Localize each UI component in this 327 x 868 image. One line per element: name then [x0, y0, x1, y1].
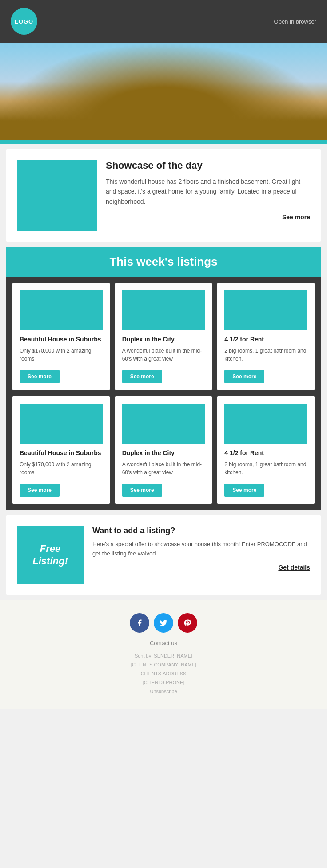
listings-grid-row1: Beautiful House in Suburbs Only $170,000… — [6, 277, 321, 396]
hero-image — [0, 43, 327, 140]
listing-see-more-button-6[interactable]: See more — [224, 484, 264, 497]
free-listing-image: FreeListing! — [17, 526, 84, 584]
listing-card-4: Beautiful House in Suburbs Only $170,000… — [12, 396, 110, 504]
showcase-see-more-link[interactable]: See more — [106, 214, 310, 221]
listing-see-more-button-4[interactable]: See more — [20, 484, 60, 497]
listing-image-5 — [122, 404, 205, 444]
twitter-icon[interactable] — [154, 613, 173, 633]
listing-image-1 — [20, 290, 103, 330]
get-details-link[interactable]: Get details — [92, 564, 310, 571]
listing-title-3: 4 1/2 for Rent — [224, 335, 307, 343]
email-wrapper: LOGO Open in browser Showcase of the day… — [0, 0, 327, 709]
listing-desc-6: 2 big rooms, 1 great bathroom and kitche… — [224, 460, 307, 476]
logo: LOGO — [11, 8, 37, 35]
free-listing-description: Here's a special offer to showcase your … — [92, 540, 310, 559]
listing-desc-1: Only $170,000 with 2 amazing rooms — [20, 347, 103, 363]
listing-card-5: Duplex in the City A wonderful place bui… — [115, 396, 212, 504]
listing-title-2: Duplex in the City — [122, 335, 205, 343]
listing-desc-3: 2 big rooms, 1 great bathroom and kitche… — [224, 347, 307, 363]
free-listing-content: Want to add a listing? Here's a special … — [92, 526, 310, 571]
listing-card-3: 4 1/2 for Rent 2 big rooms, 1 great bath… — [217, 283, 315, 390]
listing-card-6: 4 1/2 for Rent 2 big rooms, 1 great bath… — [217, 396, 315, 504]
listing-see-more-button-2[interactable]: See more — [122, 370, 162, 383]
listing-see-more-button-5[interactable]: See more — [122, 484, 162, 497]
footer-company: [CLIENTS.COMPANY_NAME] — [9, 661, 318, 670]
listings-title: This week's listings — [14, 255, 313, 269]
footer-address: [CLIENTS.ADDRESS] — [9, 670, 318, 678]
listing-desc-2: A wonderful place built in the mid-60's … — [122, 347, 205, 363]
listing-image-3 — [224, 290, 307, 330]
showcase-image — [17, 160, 97, 231]
footer-sent-by: Sent by [SENDER_NAME] — [9, 652, 318, 661]
listing-see-more-button-1[interactable]: See more — [20, 370, 60, 383]
footer-info: Sent by [SENDER_NAME] [CLIENTS.COMPANY_N… — [9, 652, 318, 696]
teal-accent-bar — [0, 140, 327, 144]
footer: Contact us Sent by [SENDER_NAME] [CLIENT… — [0, 600, 327, 709]
free-listing-title: Want to add a listing? — [92, 526, 310, 535]
open-in-browser-link[interactable]: Open in browser — [274, 18, 316, 25]
listing-image-6 — [224, 404, 307, 444]
pinterest-icon[interactable] — [178, 613, 197, 633]
listing-title-1: Beautiful House in Suburbs — [20, 335, 103, 343]
footer-contact-label[interactable]: Contact us — [9, 640, 318, 646]
listing-title-6: 4 1/2 for Rent — [224, 449, 307, 457]
listing-image-4 — [20, 404, 103, 444]
listings-grid-row2: Beautiful House in Suburbs Only $170,000… — [6, 396, 321, 510]
header: LOGO Open in browser — [0, 0, 327, 43]
listing-see-more-button-3[interactable]: See more — [224, 370, 264, 383]
social-icons — [9, 613, 318, 633]
free-listing-section: FreeListing! Want to add a listing? Here… — [6, 515, 321, 595]
footer-phone: [CLIENTS.PHONE] — [9, 678, 318, 687]
listing-image-2 — [122, 290, 205, 330]
facebook-icon[interactable] — [130, 613, 149, 633]
footer-unsubscribe-link[interactable]: Unsubscribe — [9, 687, 318, 696]
showcase-content: Showcase of the day This wonderful house… — [106, 160, 310, 221]
showcase-title: Showcase of the day — [106, 160, 310, 171]
showcase-section: Showcase of the day This wonderful house… — [6, 149, 321, 242]
showcase-description: This wonderful house has 2 floors and a … — [106, 177, 310, 206]
listings-header: This week's listings — [6, 247, 321, 277]
listing-card-1: Beautiful House in Suburbs Only $170,000… — [12, 283, 110, 390]
listing-desc-5: A wonderful place built in the mid-60's … — [122, 460, 205, 476]
listing-desc-4: Only $170,000 with 2 amazing rooms — [20, 460, 103, 476]
listing-title-4: Beautiful House in Suburbs — [20, 449, 103, 457]
listing-card-2: Duplex in the City A wonderful place bui… — [115, 283, 212, 390]
listing-title-5: Duplex in the City — [122, 449, 205, 457]
